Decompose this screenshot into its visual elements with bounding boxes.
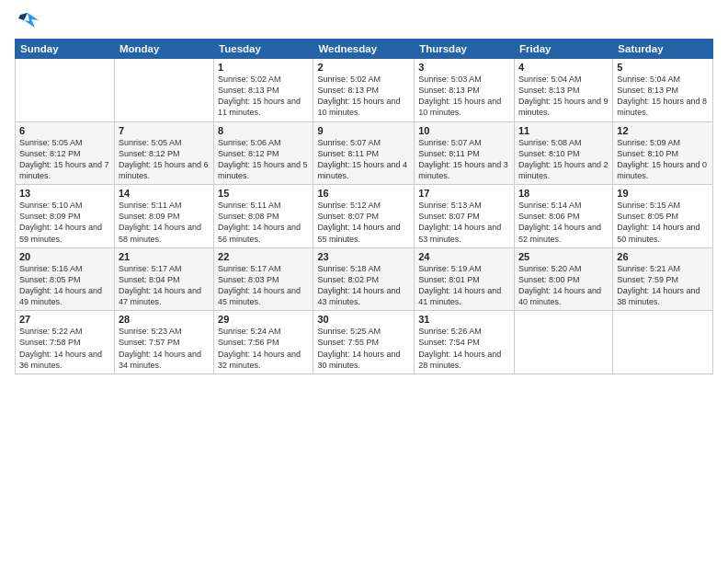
calendar-cell: 9Sunrise: 5:07 AMSunset: 8:11 PMDaylight… — [313, 121, 415, 185]
calendar-cell: 28Sunrise: 5:23 AMSunset: 7:57 PMDayligh… — [114, 311, 213, 374]
cell-day-number: 16 — [317, 188, 410, 199]
calendar-cell: 4Sunrise: 5:04 AMSunset: 8:13 PMDaylight… — [514, 59, 612, 122]
week-row-5: 27Sunrise: 5:22 AMSunset: 7:58 PMDayligh… — [16, 311, 713, 374]
logo-icon — [15, 11, 40, 31]
cell-info: Sunrise: 5:21 AMSunset: 7:59 PMDaylight:… — [617, 263, 709, 308]
week-row-2: 6Sunrise: 5:05 AMSunset: 8:12 PMDaylight… — [16, 121, 713, 185]
cell-day-number: 18 — [518, 188, 609, 199]
cell-info: Sunrise: 5:15 AMSunset: 8:05 PMDaylight:… — [617, 200, 709, 245]
calendar: SundayMondayTuesdayWednesdayThursdayFrid… — [15, 39, 713, 374]
calendar-cell: 18Sunrise: 5:14 AMSunset: 8:06 PMDayligh… — [514, 185, 612, 248]
cell-day-number: 6 — [19, 125, 110, 136]
weekday-header-saturday: Saturday — [613, 40, 713, 59]
calendar-cell: 2Sunrise: 5:02 AMSunset: 8:13 PMDaylight… — [313, 59, 415, 122]
weekday-header-thursday: Thursday — [415, 40, 515, 59]
cell-info: Sunrise: 5:08 AMSunset: 8:10 PMDaylight:… — [518, 137, 609, 182]
svg-marker-1 — [18, 13, 28, 20]
cell-day-number: 5 — [617, 62, 709, 73]
cell-info: Sunrise: 5:05 AMSunset: 8:12 PMDaylight:… — [119, 137, 210, 182]
calendar-cell: 20Sunrise: 5:16 AMSunset: 8:05 PMDayligh… — [16, 247, 115, 311]
cell-day-number: 11 — [518, 125, 609, 136]
cell-day-number: 26 — [617, 251, 709, 262]
cell-day-number: 30 — [317, 314, 410, 325]
cell-info: Sunrise: 5:07 AMSunset: 8:11 PMDaylight:… — [418, 137, 510, 182]
cell-info: Sunrise: 5:14 AMSunset: 8:06 PMDaylight:… — [518, 200, 609, 245]
cell-info: Sunrise: 5:17 AMSunset: 8:04 PMDaylight:… — [119, 263, 210, 308]
cell-day-number: 10 — [418, 125, 510, 136]
calendar-cell: 27Sunrise: 5:22 AMSunset: 7:58 PMDayligh… — [16, 311, 115, 374]
calendar-cell: 10Sunrise: 5:07 AMSunset: 8:11 PMDayligh… — [415, 121, 515, 185]
cell-day-number: 3 — [418, 62, 510, 73]
calendar-cell: 26Sunrise: 5:21 AMSunset: 7:59 PMDayligh… — [613, 247, 713, 311]
cell-info: Sunrise: 5:04 AMSunset: 8:13 PMDaylight:… — [518, 74, 609, 119]
cell-info: Sunrise: 5:10 AMSunset: 8:09 PMDaylight:… — [19, 200, 110, 245]
calendar-cell: 6Sunrise: 5:05 AMSunset: 8:12 PMDaylight… — [16, 121, 115, 185]
cell-info: Sunrise: 5:11 AMSunset: 8:08 PMDaylight:… — [218, 200, 309, 245]
cell-info: Sunrise: 5:20 AMSunset: 8:00 PMDaylight:… — [518, 263, 609, 308]
cell-day-number: 7 — [119, 125, 210, 136]
calendar-cell: 8Sunrise: 5:06 AMSunset: 8:12 PMDaylight… — [214, 121, 313, 185]
cell-day-number: 9 — [317, 125, 410, 136]
calendar-cell: 7Sunrise: 5:05 AMSunset: 8:12 PMDaylight… — [114, 121, 213, 185]
calendar-cell: 24Sunrise: 5:19 AMSunset: 8:01 PMDayligh… — [415, 247, 515, 311]
cell-info: Sunrise: 5:12 AMSunset: 8:07 PMDaylight:… — [317, 200, 410, 245]
calendar-cell: 21Sunrise: 5:17 AMSunset: 8:04 PMDayligh… — [114, 247, 213, 311]
weekday-header-friday: Friday — [514, 40, 612, 59]
calendar-cell: 3Sunrise: 5:03 AMSunset: 8:13 PMDaylight… — [415, 59, 515, 122]
week-row-1: 1Sunrise: 5:02 AMSunset: 8:13 PMDaylight… — [16, 59, 713, 122]
cell-info: Sunrise: 5:18 AMSunset: 8:02 PMDaylight:… — [317, 263, 410, 308]
calendar-cell: 14Sunrise: 5:11 AMSunset: 8:09 PMDayligh… — [114, 185, 213, 248]
calendar-cell — [114, 59, 213, 122]
cell-day-number: 4 — [518, 62, 609, 73]
cell-info: Sunrise: 5:02 AMSunset: 8:13 PMDaylight:… — [218, 74, 309, 119]
cell-info: Sunrise: 5:24 AMSunset: 7:56 PMDaylight:… — [218, 326, 309, 371]
cell-day-number: 29 — [218, 314, 309, 325]
cell-day-number: 28 — [119, 314, 210, 325]
cell-day-number: 15 — [218, 188, 309, 199]
calendar-cell: 25Sunrise: 5:20 AMSunset: 8:00 PMDayligh… — [514, 247, 612, 311]
cell-day-number: 27 — [19, 314, 110, 325]
cell-info: Sunrise: 5:16 AMSunset: 8:05 PMDaylight:… — [19, 263, 110, 308]
weekday-header-sunday: Sunday — [16, 40, 115, 59]
calendar-cell: 29Sunrise: 5:24 AMSunset: 7:56 PMDayligh… — [214, 311, 313, 374]
calendar-cell: 13Sunrise: 5:10 AMSunset: 8:09 PMDayligh… — [16, 185, 115, 248]
week-row-3: 13Sunrise: 5:10 AMSunset: 8:09 PMDayligh… — [16, 185, 713, 248]
cell-day-number: 13 — [19, 188, 110, 199]
cell-day-number: 24 — [418, 251, 510, 262]
weekday-header-wednesday: Wednesday — [313, 40, 415, 59]
cell-day-number: 12 — [617, 125, 709, 136]
calendar-cell: 16Sunrise: 5:12 AMSunset: 8:07 PMDayligh… — [313, 185, 415, 248]
calendar-cell: 22Sunrise: 5:17 AMSunset: 8:03 PMDayligh… — [214, 247, 313, 311]
cell-day-number: 25 — [518, 251, 609, 262]
cell-info: Sunrise: 5:05 AMSunset: 8:12 PMDaylight:… — [19, 137, 110, 182]
calendar-cell: 12Sunrise: 5:09 AMSunset: 8:10 PMDayligh… — [613, 121, 713, 185]
cell-info: Sunrise: 5:19 AMSunset: 8:01 PMDaylight:… — [418, 263, 510, 308]
cell-day-number: 31 — [418, 314, 510, 325]
cell-info: Sunrise: 5:04 AMSunset: 8:13 PMDaylight:… — [617, 74, 709, 119]
calendar-cell: 1Sunrise: 5:02 AMSunset: 8:13 PMDaylight… — [214, 59, 313, 122]
cell-day-number: 1 — [218, 62, 309, 73]
cell-day-number: 20 — [19, 251, 110, 262]
cell-info: Sunrise: 5:09 AMSunset: 8:10 PMDaylight:… — [617, 137, 709, 182]
calendar-cell: 23Sunrise: 5:18 AMSunset: 8:02 PMDayligh… — [313, 247, 415, 311]
calendar-cell: 15Sunrise: 5:11 AMSunset: 8:08 PMDayligh… — [214, 185, 313, 248]
cell-day-number: 14 — [119, 188, 210, 199]
cell-info: Sunrise: 5:06 AMSunset: 8:12 PMDaylight:… — [218, 137, 309, 182]
header — [15, 11, 713, 31]
cell-day-number: 22 — [218, 251, 309, 262]
cell-info: Sunrise: 5:26 AMSunset: 7:54 PMDaylight:… — [418, 326, 510, 371]
calendar-cell: 17Sunrise: 5:13 AMSunset: 8:07 PMDayligh… — [415, 185, 515, 248]
calendar-cell: 31Sunrise: 5:26 AMSunset: 7:54 PMDayligh… — [415, 311, 515, 374]
cell-day-number: 23 — [317, 251, 410, 262]
cell-info: Sunrise: 5:13 AMSunset: 8:07 PMDaylight:… — [418, 200, 510, 245]
week-row-4: 20Sunrise: 5:16 AMSunset: 8:05 PMDayligh… — [16, 247, 713, 311]
weekday-header-tuesday: Tuesday — [214, 40, 313, 59]
calendar-cell: 19Sunrise: 5:15 AMSunset: 8:05 PMDayligh… — [613, 185, 713, 248]
cell-info: Sunrise: 5:23 AMSunset: 7:57 PMDaylight:… — [119, 326, 210, 371]
cell-day-number: 21 — [119, 251, 210, 262]
calendar-cell: 11Sunrise: 5:08 AMSunset: 8:10 PMDayligh… — [514, 121, 612, 185]
calendar-cell — [16, 59, 115, 122]
cell-day-number: 2 — [317, 62, 410, 73]
cell-info: Sunrise: 5:25 AMSunset: 7:55 PMDaylight:… — [317, 326, 410, 371]
cell-day-number: 8 — [218, 125, 309, 136]
